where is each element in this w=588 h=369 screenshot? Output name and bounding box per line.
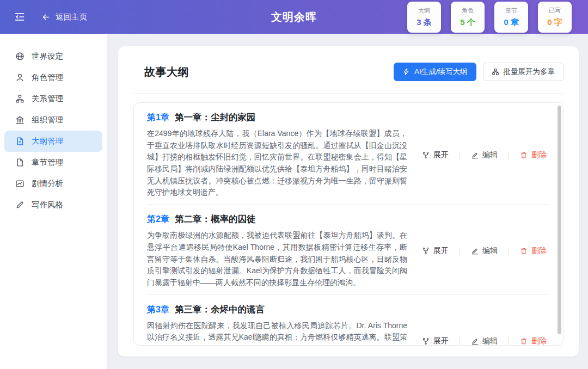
chapter-file-icon <box>15 158 24 167</box>
outline-doc-icon <box>15 137 24 146</box>
action-label: 编辑 <box>482 246 498 256</box>
action-separator <box>460 151 460 159</box>
expand-chapter-button[interactable]: 展开 <box>422 246 449 256</box>
action-label: 删除 <box>531 336 547 346</box>
chapter-summary: 在2499年的地球残存大陆，我（Elara Vance）作为【地球存续联盟】成员… <box>147 128 407 199</box>
chapter-number-badge: 第1章 <box>147 112 169 124</box>
sidebar-item-label: 剧情分析 <box>32 179 63 189</box>
stat-value: 0 章 <box>504 17 519 28</box>
trash-icon <box>520 337 528 345</box>
action-separator <box>460 337 460 345</box>
expand-chapter-button[interactable]: 展开 <box>422 336 449 346</box>
stat-card: 大纲3 条 <box>407 2 441 33</box>
action-label: 删除 <box>531 150 547 160</box>
back-to-home-link[interactable]: 返回主页 <box>41 12 87 22</box>
stat-card: 角色5 个 <box>451 2 485 33</box>
sidebar-item-label: 关系管理 <box>32 94 63 104</box>
sidebar-item-label: 组织管理 <box>32 115 63 125</box>
chapter-title-row: 第1章第一章：尘封的家园 <box>147 112 407 124</box>
sidebar-item-character[interactable]: 角色管理 <box>0 67 107 88</box>
card-header: 故事大纲 AI生成/续写大纲 <box>133 46 564 94</box>
header-stats: 大纲3 条角色5 个章节0 章已写0 字 <box>407 2 588 33</box>
chapter-text-block: 第3章第三章：余烬中的谎言因辐射灼伤在医院醒来，我发现自己被植入移民局追踪芯片。… <box>147 304 407 346</box>
action-label: 编辑 <box>482 336 498 346</box>
delete-chapter-button[interactable]: 删除 <box>520 336 547 346</box>
action-label: 展开 <box>433 246 449 256</box>
sidebar-item-globe[interactable]: 世界设定 <box>0 46 107 67</box>
outline-card: 故事大纲 AI生成/续写大纲 <box>118 46 579 356</box>
chapter-title: 第二章：概率的囚徒 <box>175 213 256 225</box>
sidebar-item-label: 角色管理 <box>32 72 63 83</box>
action-label: 删除 <box>531 246 547 256</box>
collapse-sidebar-icon[interactable] <box>14 11 25 22</box>
sidebar-item-writing-style[interactable]: 写作风格 <box>0 194 107 216</box>
top-header: 返回主页 文明余晖 大纲3 条角色5 个章节0 章已写0 字 <box>0 0 588 34</box>
chapter-list: 第1章第一章：尘封的家园在2499年的地球残存大陆，我（Elara Vance）… <box>133 102 564 346</box>
organization-icon <box>15 115 24 125</box>
header-left: 返回主页 <box>14 11 87 22</box>
action-separator <box>509 247 509 255</box>
back-label: 返回主页 <box>56 12 87 22</box>
edit-chapter-button[interactable]: 编辑 <box>471 246 498 256</box>
sidebar-item-outline-doc[interactable]: 大纲管理 <box>4 131 102 152</box>
delete-chapter-button[interactable]: 删除 <box>520 246 547 256</box>
page-title-header: 文明余晖 <box>271 10 317 24</box>
action-separator <box>509 151 509 159</box>
batch-expand-chapters-button[interactable]: 批量展开为多章 <box>483 63 564 81</box>
back-arrow-icon <box>41 13 51 22</box>
sidebar-item-organization[interactable]: 组织管理 <box>0 109 107 131</box>
batch-expand-icon <box>492 68 499 76</box>
sidebar-item-label: 章节管理 <box>32 157 63 168</box>
body-frame: 世界设定角色管理关系管理组织管理大纲管理章节管理剧情分析写作风格 故事大纲 AI… <box>0 34 588 369</box>
stat-card: 已写0 字 <box>538 2 572 33</box>
action-separator <box>509 337 509 345</box>
lightning-icon <box>402 68 410 76</box>
delete-chapter-button[interactable]: 删除 <box>520 150 547 160</box>
relations-icon <box>15 94 24 103</box>
sidebar-item-plot-analysis[interactable]: 剧情分析 <box>0 173 107 194</box>
chapter-text-block: 第1章第一章：尘封的家园在2499年的地球残存大陆，我（Elara Vance）… <box>147 112 407 199</box>
action-separator <box>460 247 460 255</box>
stat-label: 章节 <box>505 7 517 15</box>
stat-label: 已写 <box>549 7 561 15</box>
edit-pencil-icon <box>471 337 479 345</box>
edit-chapter-button[interactable]: 编辑 <box>471 336 498 346</box>
globe-icon <box>15 52 24 61</box>
expand-fork-icon <box>422 247 430 255</box>
expand-fork-icon <box>422 151 430 159</box>
chapter-title: 第一章：尘封的家园 <box>175 112 256 124</box>
action-label: 展开 <box>433 336 449 346</box>
character-icon <box>15 73 24 82</box>
stat-value: 5 个 <box>460 17 475 28</box>
stat-value: 3 条 <box>416 17 432 28</box>
stat-card: 章节0 章 <box>494 2 528 33</box>
sidebar-item-label: 大纲管理 <box>32 136 63 146</box>
sidebar-item-chapter-file[interactable]: 章节管理 <box>0 152 107 173</box>
sidebar-nav: 世界设定角色管理关系管理组织管理大纲管理章节管理剧情分析写作风格 <box>0 34 107 369</box>
writing-style-icon <box>15 200 24 210</box>
edit-chapter-button[interactable]: 编辑 <box>471 150 498 160</box>
expand-chapter-button[interactable]: 展开 <box>422 150 449 160</box>
scrollbar-thumb[interactable] <box>558 106 561 334</box>
chapter-actions: 展开编辑删除 <box>422 150 547 160</box>
chapter-row: 第1章第一章：尘封的家园在2499年的地球残存大陆，我（Elara Vance）… <box>134 103 563 204</box>
stat-value: 0 字 <box>547 17 562 28</box>
ai-generate-outline-button[interactable]: AI生成/续写大纲 <box>394 63 476 81</box>
sidebar-item-relations[interactable]: 关系管理 <box>0 88 107 109</box>
chapter-number-badge: 第3章 <box>147 304 169 316</box>
trash-icon <box>520 247 528 255</box>
chapter-actions: 展开编辑删除 <box>422 246 547 256</box>
chapter-title-row: 第2章第二章：概率的囚徒 <box>147 213 407 225</box>
chapter-actions: 展开编辑删除 <box>422 336 547 346</box>
header-buttons: AI生成/续写大纲 批量展开为多章 <box>394 63 564 81</box>
action-label: 编辑 <box>482 150 498 160</box>
chapter-number-badge: 第2章 <box>147 214 169 225</box>
plot-analysis-icon <box>15 179 24 188</box>
stat-label: 角色 <box>462 7 474 15</box>
expand-fork-icon <box>422 337 430 345</box>
sidebar-item-label: 写作风格 <box>32 200 63 210</box>
chapter-title: 第三章：余烬中的谎言 <box>175 304 265 316</box>
chapter-summary: 因辐射灼伤在医院醒来，我发现自己被植入移民局追踪芯片。Dr. Aris Thor… <box>147 320 407 346</box>
trash-icon <box>520 151 528 159</box>
edit-pencil-icon <box>471 151 479 159</box>
